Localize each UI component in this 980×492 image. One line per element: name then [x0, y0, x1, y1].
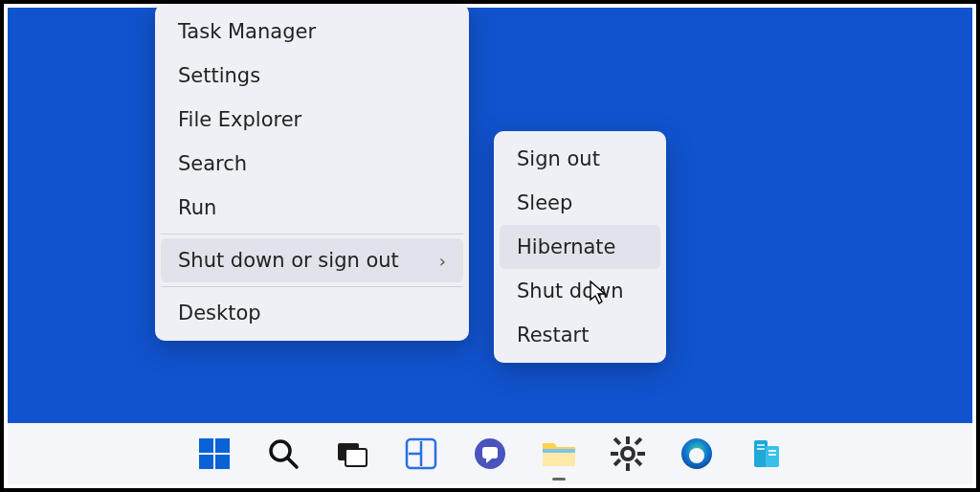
submenu-item-hibernate[interactable]: Hibernate	[500, 225, 660, 269]
menu-item-label: Hibernate	[517, 235, 615, 258]
svg-point-25	[689, 448, 704, 463]
svg-rect-1	[215, 438, 230, 453]
submenu-item-restart[interactable]: Restart	[500, 313, 660, 357]
svg-point-15	[622, 448, 634, 459]
menu-item-search[interactable]: Search	[161, 142, 463, 186]
svg-rect-0	[199, 438, 213, 453]
svg-rect-14	[543, 449, 575, 453]
menu-item-label: Desktop	[178, 302, 261, 324]
taskbar-chat-button[interactable]	[469, 433, 511, 475]
search-icon	[267, 437, 300, 470]
svg-rect-28	[757, 444, 765, 446]
menu-item-label: Task Manager	[178, 20, 316, 43]
menu-item-desktop[interactable]: Desktop	[161, 291, 463, 335]
svg-rect-21	[635, 458, 642, 466]
file-explorer-icon	[541, 437, 577, 470]
menu-item-run[interactable]: Run	[161, 186, 463, 230]
menu-item-file-explorer[interactable]: File Explorer	[161, 98, 463, 142]
svg-line-5	[288, 458, 297, 467]
taskbar	[8, 423, 972, 484]
taskbar-servers-button[interactable]	[745, 433, 787, 475]
taskbar-file-explorer-button[interactable]	[538, 433, 580, 475]
menu-item-task-manager[interactable]: Task Manager	[161, 10, 463, 54]
svg-rect-17	[626, 463, 630, 471]
shutdown-submenu: Sign out Sleep Hibernate Shut down Resta…	[494, 131, 666, 363]
taskbar-widgets-button[interactable]	[400, 433, 442, 475]
submenu-item-sleep[interactable]: Sleep	[500, 181, 660, 225]
chat-icon	[473, 436, 507, 471]
submenu-item-shutdown[interactable]: Shut down	[500, 269, 660, 313]
taskbar-active-indicator	[552, 478, 566, 481]
menu-item-label: Restart	[517, 324, 589, 347]
menu-item-settings[interactable]: Settings	[161, 54, 463, 98]
menu-item-label: Run	[178, 196, 216, 219]
svg-rect-18	[611, 452, 618, 456]
taskbar-search-button[interactable]	[262, 433, 304, 475]
chevron-right-icon: ›	[439, 251, 446, 271]
svg-rect-30	[768, 450, 776, 452]
taskbar-edge-button[interactable]	[676, 433, 718, 475]
menu-item-label: Search	[178, 152, 247, 175]
svg-rect-27	[766, 446, 779, 467]
menu-item-label: Sleep	[517, 191, 572, 214]
menu-separator	[161, 234, 463, 235]
server-icon	[748, 436, 783, 471]
menu-separator	[161, 286, 463, 287]
taskbar-task-view-button[interactable]	[331, 433, 373, 475]
winx-menu: Task Manager Settings File Explorer Sear…	[155, 4, 469, 341]
svg-rect-2	[199, 455, 213, 469]
desktop-background	[8, 8, 972, 423]
taskbar-settings-button[interactable]	[607, 433, 649, 475]
svg-rect-23	[613, 458, 621, 466]
svg-rect-29	[757, 448, 765, 450]
svg-rect-22	[635, 437, 642, 445]
svg-rect-31	[768, 454, 776, 456]
svg-rect-7	[345, 449, 367, 466]
svg-rect-12	[482, 447, 498, 458]
menu-item-label: File Explorer	[178, 108, 301, 131]
svg-rect-16	[626, 436, 630, 444]
menu-item-shutdown-signout[interactable]: Shut down or sign out ›	[161, 238, 463, 282]
svg-rect-3	[215, 455, 230, 469]
svg-rect-19	[637, 452, 645, 456]
edge-icon	[679, 436, 714, 471]
start-icon	[198, 437, 231, 470]
widgets-icon	[405, 437, 437, 470]
menu-item-label: Sign out	[517, 147, 600, 170]
menu-item-label: Settings	[178, 64, 260, 87]
submenu-item-signout[interactable]: Sign out	[500, 137, 660, 181]
menu-item-label: Shut down	[517, 280, 624, 302]
taskbar-start-button[interactable]	[193, 433, 235, 475]
gear-icon	[611, 436, 645, 471]
task-view-icon	[336, 437, 368, 470]
svg-rect-20	[613, 437, 621, 445]
menu-item-label: Shut down or sign out	[178, 249, 399, 272]
